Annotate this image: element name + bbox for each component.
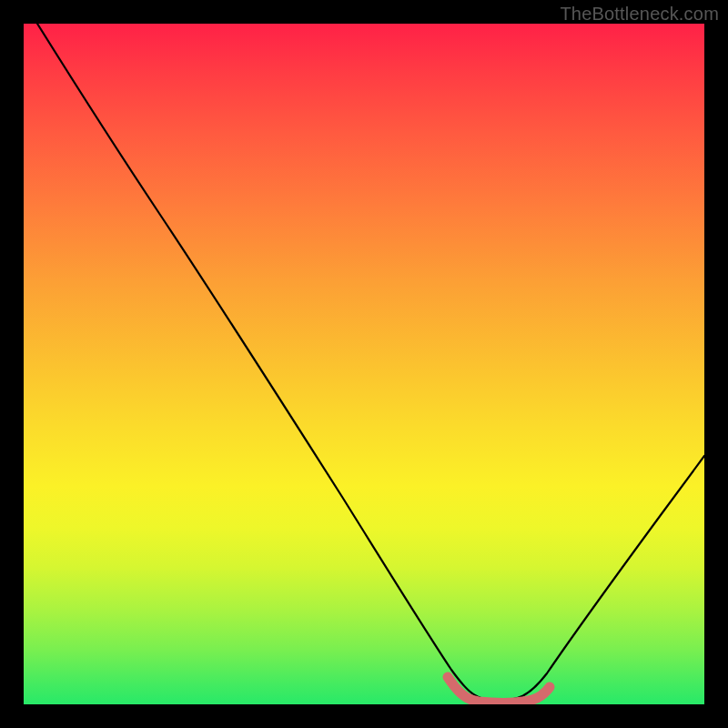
bottleneck-curve — [37, 24, 704, 701]
watermark-text: TheBottleneck.com — [560, 4, 719, 25]
plot-area — [24, 24, 704, 704]
chart-frame: TheBottleneck.com — [0, 0, 728, 728]
min-region-marker — [448, 677, 550, 703]
curve-svg — [24, 24, 704, 704]
